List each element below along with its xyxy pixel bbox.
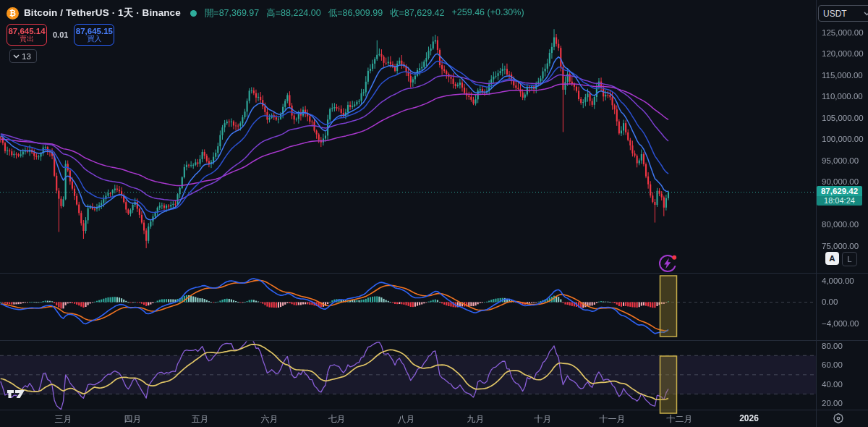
bar-count-badge[interactable]: 13	[9, 49, 37, 63]
buy-price: 87,645.15	[76, 27, 113, 35]
time-axis-month-label: 十月	[535, 413, 552, 426]
time-axis-month-label: 八月	[398, 413, 415, 426]
macd-axis-label: 0.00	[822, 297, 838, 306]
sell-label: 賣出	[20, 35, 34, 43]
buy-label: 買入	[87, 35, 101, 43]
chart-canvas[interactable]	[0, 0, 868, 427]
price-axis-label: 95,000.00	[822, 156, 859, 165]
rsi-axis-label: 20.00	[822, 399, 843, 407]
price-axis-label: 100,000.00	[822, 135, 864, 143]
chevron-down-icon	[13, 54, 20, 59]
rsi-axis-label: 60.00	[822, 360, 843, 369]
time-axis-month-label: 六月	[261, 413, 278, 426]
last-price-badge[interactable]: 87,629.42 18:04:24	[817, 186, 862, 206]
ohlc-change: +259.46 (+0.30%)	[452, 7, 524, 20]
bitcoin-logo-icon: ₿	[7, 7, 19, 20]
settings-gear-icon[interactable]	[833, 413, 844, 426]
buy-button[interactable]: 87,645.15 買入	[74, 24, 114, 46]
chevron-down-icon	[864, 12, 868, 16]
last-price-value: 87,629.42	[817, 186, 862, 196]
price-axis-label: 120,000.00	[822, 49, 864, 58]
price-axis-label: 125,000.00	[822, 28, 864, 37]
ohlc-close: 收=87,629.42	[390, 7, 444, 20]
ohlc-high: 高=88,224.00	[266, 7, 320, 20]
bar-countdown: 18:04:24	[817, 196, 862, 206]
auto-scale-button[interactable]: A	[825, 252, 839, 265]
ohlc-low: 低=86,909.99	[328, 7, 383, 20]
price-axis-label: 115,000.00	[822, 71, 863, 80]
price-axis-label: 110,000.00	[822, 92, 863, 101]
time-axis-month-label: 五月	[192, 413, 209, 426]
chart-header: ₿ Bitcoin / TetherUS · 1天 · Binance 開=87…	[7, 7, 524, 20]
tradingview-logo[interactable]	[7, 388, 26, 403]
rsi-axis-label: 40.00	[822, 380, 843, 389]
log-scale-button[interactable]: L	[842, 252, 857, 266]
sell-price: 87,645.14	[8, 27, 45, 35]
price-axis-label: 75,000.00	[822, 242, 859, 250]
symbol-title[interactable]: Bitcoin / TetherUS · 1天 · Binance	[24, 7, 181, 20]
spread-value: 0.01	[53, 30, 68, 39]
macd-axis-label: 4,000.00	[822, 276, 854, 285]
sell-button[interactable]: 87,645.14 賣出	[7, 24, 47, 46]
currency-value: USDT	[823, 9, 847, 19]
time-axis-month-label: 四月	[124, 413, 142, 426]
ohlc-open: 開=87,369.97	[205, 7, 259, 20]
time-axis-month-label: 十一月	[600, 413, 626, 426]
market-status-dot[interactable]	[190, 10, 197, 17]
price-axis-label: 80,000.00	[822, 220, 859, 229]
time-axis-month-label: 七月	[328, 413, 346, 426]
price-axis-label: 90,000.00	[822, 177, 859, 186]
time-axis-month-label: 十二月	[666, 413, 692, 426]
rsi-axis-label: 80.00	[822, 342, 843, 350]
time-axis-month-label: 三月	[55, 413, 72, 426]
price-axis-label: 105,000.00	[822, 114, 864, 122]
time-axis-month-label: 九月	[467, 413, 485, 426]
instant-order-lightning-icon[interactable]	[657, 253, 678, 277]
currency-dropdown[interactable]: USDT	[818, 5, 868, 22]
time-axis-year-label: 2026	[739, 413, 759, 423]
ohlc-values: 開=87,369.97 高=88,224.00 低=86,909.99 收=87…	[205, 7, 524, 20]
bar-count-value: 13	[22, 52, 31, 61]
macd-axis-label: −4,000.00	[822, 319, 859, 328]
tradingview-chart-window: ₿ Bitcoin / TetherUS · 1天 · Binance 開=87…	[0, 0, 868, 427]
trade-buttons: 87,645.14 賣出 0.01 87,645.15 買入	[7, 24, 114, 46]
